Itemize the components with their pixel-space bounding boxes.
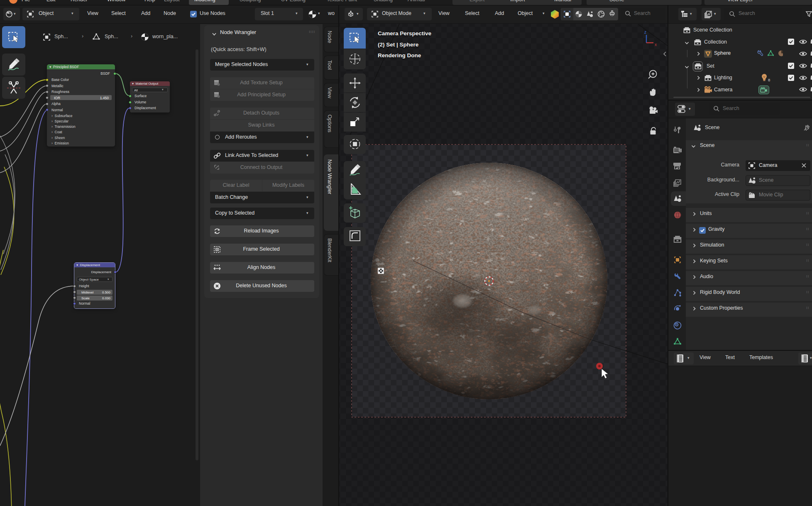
svg-text:x: x bbox=[655, 42, 657, 47]
svg-text:z: z bbox=[644, 30, 646, 34]
